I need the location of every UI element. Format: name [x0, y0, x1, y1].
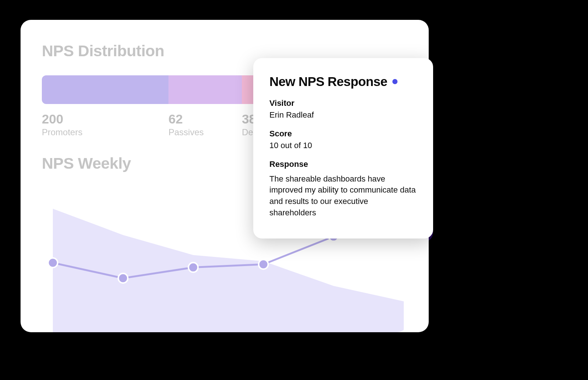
- score-value: 10 out of 10: [269, 140, 417, 151]
- svg-point-3: [259, 259, 268, 269]
- svg-point-1: [118, 273, 128, 283]
- response-visitor-block: Visitor Erin Radleaf: [269, 98, 417, 121]
- passives-count: 62: [168, 112, 242, 126]
- segment-passives[interactable]: [168, 75, 242, 104]
- response-header: New NPS Response: [269, 74, 417, 89]
- passives-label: Passives: [168, 127, 242, 137]
- promoters-label: Promoters: [42, 127, 168, 137]
- segment-promoters[interactable]: [42, 75, 168, 104]
- response-text-block: Response The shareable dashboards have i…: [269, 159, 417, 219]
- score-label: Score: [269, 129, 417, 139]
- new-indicator-icon: [392, 79, 398, 84]
- response-score-block: Score 10 out of 10: [269, 129, 417, 151]
- svg-point-0: [48, 258, 58, 268]
- response-title: New NPS Response: [269, 74, 387, 89]
- nps-distribution-title: NPS Distribution: [42, 42, 407, 60]
- label-promoters: 200 Promoters: [42, 112, 168, 137]
- response-label: Response: [269, 159, 417, 169]
- svg-point-2: [188, 263, 198, 272]
- promoters-count: 200: [42, 112, 168, 126]
- nps-response-popup: New NPS Response Visitor Erin Radleaf Sc…: [253, 58, 433, 239]
- response-value: The shareable dashboards have improved m…: [269, 173, 417, 219]
- label-passives: 62 Passives: [168, 112, 242, 137]
- visitor-label: Visitor: [269, 98, 417, 108]
- visitor-value: Erin Radleaf: [269, 110, 417, 121]
